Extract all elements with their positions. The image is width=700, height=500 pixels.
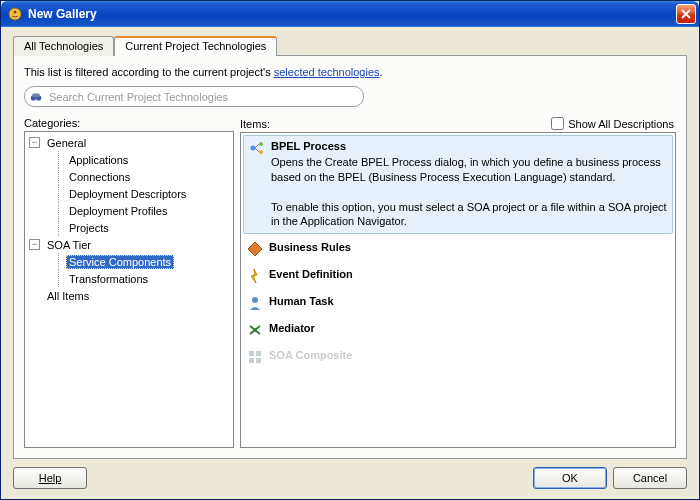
categories-panel: Categories: −GeneralApplicationsConnecti… (24, 115, 234, 448)
tree-label[interactable]: General (44, 136, 89, 150)
collapse-toggle[interactable]: − (29, 239, 40, 250)
svg-point-1 (14, 11, 17, 14)
item-description: Opens the Create BPEL Process dialog, in… (271, 155, 667, 229)
titlebar[interactable]: New Gallery (1, 1, 699, 27)
item-row[interactable]: BPEL ProcessOpens the Create BPEL Proces… (243, 135, 673, 234)
svg-point-10 (252, 297, 258, 303)
app-icon (7, 6, 23, 22)
item-row: SOA Composite (241, 344, 675, 371)
svg-point-6 (259, 142, 263, 146)
svg-rect-14 (249, 358, 254, 363)
item-row[interactable]: Mediator (241, 317, 675, 344)
human-task-icon (247, 295, 263, 311)
svg-rect-15 (256, 358, 261, 363)
selected-technologies-link[interactable]: selected technologies (274, 66, 380, 78)
tree-label[interactable]: Connections (66, 170, 133, 184)
window-title: New Gallery (28, 7, 676, 21)
bpel-icon (249, 140, 265, 156)
tree-label[interactable]: All Items (44, 289, 92, 303)
svg-rect-13 (256, 351, 261, 356)
svg-marker-9 (251, 269, 257, 283)
close-button[interactable] (676, 4, 696, 24)
categories-header: Categories: (24, 117, 232, 129)
tree-node[interactable]: Service Components (29, 253, 233, 270)
items-list[interactable]: BPEL ProcessOpens the Create BPEL Proces… (240, 132, 676, 448)
item-name: Business Rules (269, 241, 669, 253)
item-name: Human Task (269, 295, 669, 307)
tab-all-technologies[interactable]: All Technologies (13, 36, 114, 56)
tree-label[interactable]: Applications (66, 153, 131, 167)
item-name: Event Definition (269, 268, 669, 280)
tree-label[interactable]: Deployment Profiles (66, 204, 170, 218)
item-row[interactable]: Business Rules (241, 236, 675, 263)
svg-point-11 (253, 328, 257, 332)
svg-point-0 (9, 8, 21, 20)
collapse-toggle[interactable]: − (29, 137, 40, 148)
svg-marker-8 (248, 242, 262, 256)
svg-rect-4 (33, 93, 40, 97)
tree-node[interactable]: Deployment Descriptors (29, 185, 233, 202)
tree-label[interactable]: Transformations (66, 272, 151, 286)
binoculars-icon (29, 90, 43, 104)
tree-node[interactable]: Connections (29, 168, 233, 185)
item-name: BPEL Process (271, 140, 667, 152)
item-row[interactable]: Human Task (241, 290, 675, 317)
mediator-icon (247, 322, 263, 338)
button-bar: Help OK Cancel (13, 459, 687, 489)
show-all-descriptions-label[interactable]: Show All Descriptions (551, 117, 674, 130)
svg-point-7 (259, 150, 263, 154)
show-all-descriptions-checkbox[interactable] (551, 117, 564, 130)
tree-node[interactable]: All Items (29, 287, 233, 304)
tab-current-project-technologies[interactable]: Current Project Technologies (114, 36, 277, 56)
filter-description: This list is filtered according to the c… (24, 66, 676, 78)
categories-tree[interactable]: −GeneralApplicationsConnectionsDeploymen… (24, 131, 234, 448)
tree-node[interactable]: Transformations (29, 270, 233, 287)
search-box[interactable] (24, 86, 364, 107)
dialog-content: All Technologies Current Project Technol… (1, 27, 699, 499)
items-header: Items: (240, 118, 551, 130)
item-name: SOA Composite (269, 349, 669, 361)
event-icon (247, 268, 263, 284)
tree-label[interactable]: Deployment Descriptors (66, 187, 189, 201)
svg-rect-12 (249, 351, 254, 356)
tree-node[interactable]: −SOA Tier (29, 236, 233, 253)
cancel-button[interactable]: Cancel (613, 467, 687, 489)
tree-node[interactable]: Deployment Profiles (29, 202, 233, 219)
technology-tabs: All Technologies Current Project Technol… (13, 35, 687, 56)
tree-node[interactable]: Projects (29, 219, 233, 236)
ok-button[interactable]: OK (533, 467, 607, 489)
rules-icon (247, 241, 263, 257)
tab-panel: This list is filtered according to the c… (13, 56, 687, 459)
tree-label[interactable]: Projects (66, 221, 112, 235)
composite-icon (247, 349, 263, 365)
tree-node[interactable]: Applications (29, 151, 233, 168)
tree-label[interactable]: Service Components (66, 255, 174, 269)
svg-point-5 (251, 146, 256, 151)
help-button[interactable]: Help (13, 467, 87, 489)
items-panel: Items: Show All Descriptions BPEL Proces… (240, 115, 676, 448)
new-gallery-dialog: New Gallery All Technologies Current Pro… (0, 0, 700, 500)
item-row[interactable]: Event Definition (241, 263, 675, 290)
tree-node[interactable]: −General (29, 134, 233, 151)
search-input[interactable] (47, 90, 355, 104)
item-name: Mediator (269, 322, 669, 334)
tree-label[interactable]: SOA Tier (44, 238, 94, 252)
